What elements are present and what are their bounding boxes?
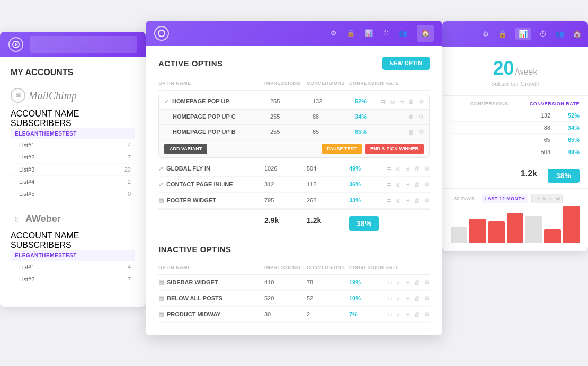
stats-conversions-col: CONVERSIONS [470, 101, 509, 106]
gear-icon[interactable]: ⚙ [424, 295, 430, 302]
share-footer-icon[interactable]: ⇆ [387, 197, 391, 204]
stats-lock-icon[interactable]: 🔒 [498, 30, 507, 38]
filter-list-select[interactable]: All lists [531, 194, 563, 203]
delete-icon[interactable]: 🗑 [408, 98, 414, 104]
check-icon[interactable]: ✓ [396, 295, 401, 302]
del-icon[interactable]: 🗑 [414, 295, 420, 301]
settings-icon-row[interactable]: ◎ [390, 98, 395, 105]
stats-rate-col: CONVERSION RATE [530, 101, 580, 106]
timer-icon[interactable]: ⏱ [382, 29, 389, 37]
stats-data-row: 6565% [451, 134, 580, 146]
dup-contact-icon[interactable]: ⊟ [405, 181, 410, 188]
gear-icon[interactable]: ⚙ [418, 98, 424, 105]
gear-b-icon[interactable]: ⚙ [418, 129, 424, 136]
del-fly-icon[interactable]: 🗑 [414, 165, 420, 172]
stats-totals: 1.2k 38% [442, 164, 588, 188]
inactive-optins-title: INACTIVE OPTINS [158, 245, 231, 254]
contact-rate: 36% [349, 181, 361, 188]
users-icon[interactable]: 👥 [399, 29, 407, 37]
lock-icon[interactable]: 🔒 [346, 29, 355, 37]
inactive-optin-row: ▤ BELOW ALL POSTS 520 52 10% □ ✓ ⊟ 🗑 ⚙ [158, 291, 430, 307]
delete-b-icon[interactable]: 🗑 [408, 129, 414, 135]
gear-icon[interactable]: ⚙ [424, 279, 430, 286]
stats-home-icon[interactable]: 🏠 [573, 30, 582, 38]
gear-footer-icon[interactable]: ⚙ [424, 197, 430, 204]
filter-12-btn[interactable]: LAST 12 MONTH [482, 194, 529, 203]
list-item: List#14 [11, 139, 135, 151]
list-item: List#27 [11, 151, 135, 164]
toggle-icon[interactable]: □ [388, 279, 392, 285]
stats-data-row: 50449% [451, 146, 580, 158]
global-fly-rate: 49% [349, 165, 361, 172]
new-optin-button[interactable]: NEW OPTIN [382, 57, 430, 70]
aweber-account-row: ELEGANTHEMESTEST [11, 250, 135, 261]
active-optins-title: ACTIVE OPTINS [158, 59, 223, 68]
dup-footer-icon[interactable]: ⊟ [405, 197, 410, 204]
dup-icon[interactable]: ⊟ [405, 279, 410, 286]
stats-chart-icon[interactable]: 📊 [515, 28, 531, 40]
chart-bar [488, 221, 505, 243]
pause-test-button[interactable]: PAUSE TEST [322, 144, 362, 154]
accounts-panel: MY ACCOUNTS ✉ MailChimp ACCOUNT NAME SUB… [0, 32, 146, 307]
stats-col-headers: CONVERSIONS CONVERSION RATE [451, 101, 580, 106]
check-icon[interactable]: ✓ [396, 311, 401, 318]
share-fly-icon[interactable]: ⇆ [387, 165, 391, 172]
chart-bar [525, 216, 542, 243]
gear-c-icon[interactable]: ⚙ [418, 113, 424, 120]
ab-test-buttons: PAUSE TEST END & PICK WINNER [322, 144, 424, 154]
account-col-label: ACCOUNT NAME [11, 109, 79, 118]
del-icon[interactable]: 🗑 [414, 311, 420, 317]
del-icon[interactable]: 🗑 [414, 279, 420, 285]
settings-icon[interactable]: ⚙ [331, 29, 337, 37]
duplicate-icon[interactable]: ⊟ [399, 98, 404, 105]
gear-fly-icon[interactable]: ⚙ [424, 165, 430, 172]
home-icon[interactable]: 🏠 [417, 25, 434, 42]
dup-fly-icon[interactable]: ⊟ [405, 165, 410, 172]
stats-data-row: 8834% [451, 122, 580, 134]
delete-c-icon[interactable]: 🗑 [408, 113, 414, 120]
del-footer-icon[interactable]: 🗑 [414, 197, 420, 203]
settings-footer-icon[interactable]: ◎ [396, 197, 401, 204]
filter-30-btn[interactable]: 30 DAYS [451, 194, 478, 203]
sub-growth-label: Subscriber Growth [451, 81, 580, 87]
dup-icon[interactable]: ⊟ [405, 311, 410, 318]
add-variant-button[interactable]: ADD VARIANT [164, 144, 207, 154]
list-item: List#27 [11, 273, 135, 285]
chart-bar [451, 227, 467, 243]
main-nav-icons: ⚙ 🔒 📊 ⏱ 👥 🏠 [331, 25, 434, 42]
mailchimp-lists: List#14List#27List#320List#42List#50 [11, 139, 135, 200]
mailchimp-col-header: ACCOUNT NAME SUBSCRIBERS [11, 109, 135, 128]
stats-chart [442, 209, 588, 251]
table-header: OPTIN NAME IMPRESSIONS CONVERSIONS CONVE… [158, 78, 430, 91]
end-pick-winner-button[interactable]: END & PICK WINNER [365, 144, 424, 154]
homepage-popup-b-row: HOMEPAGE POP UP B 255 65 65% 🗑 ⚙ [159, 124, 429, 140]
del-contact-icon[interactable]: 🗑 [414, 181, 420, 188]
main-panel-header: ⚙ 🔒 📊 ⏱ 👥 🏠 [146, 21, 442, 46]
settings-fly-icon[interactable]: ◎ [396, 165, 401, 172]
aweber-lists: List#14List#27 [11, 261, 135, 285]
stats-timer-icon[interactable]: ⏱ [539, 30, 547, 38]
inline-icon: ⤢ [158, 181, 163, 188]
chart-icon[interactable]: 📊 [364, 29, 373, 37]
stats-settings-icon[interactable]: ⚙ [483, 30, 489, 38]
settings-contact-icon[interactable]: ◎ [396, 181, 401, 188]
aweber-col-header: ACCOUNT NAME SUBSCRIBERS [11, 231, 135, 250]
accounts-body: MY ACCOUNTS ✉ MailChimp ACCOUNT NAME SUB… [0, 57, 146, 307]
widget-icon: ▤ [158, 197, 164, 204]
stats-users-icon[interactable]: 👥 [555, 30, 564, 38]
inactive-col-name: OPTIN NAME [158, 265, 264, 270]
aweber-account-col-label: ACCOUNT NAME [11, 231, 79, 240]
share-contact-icon[interactable]: ⇆ [387, 181, 391, 188]
toggle-icon[interactable]: □ [388, 311, 392, 317]
gear-contact-icon[interactable]: ⚙ [424, 181, 430, 188]
toggle-icon[interactable]: □ [388, 295, 392, 301]
global-fly-in-row: ↗ GLOBAL FLY IN 1026 504 49% ⇆ ◎ ⊟ 🗑 ⚙ [158, 161, 430, 177]
gear-icon[interactable]: ⚙ [424, 311, 430, 318]
homepage-popup-name: ⤢ HOMEPAGE POP UP [164, 98, 270, 105]
homepage-impressions: 255 [270, 98, 313, 104]
share-icon[interactable]: ⇆ [381, 98, 386, 105]
aweber-account-name: ELEGANTHEMESTEST [15, 253, 77, 258]
check-icon[interactable]: ✓ [396, 279, 401, 286]
mailchimp-icon: ✉ [11, 88, 25, 103]
dup-icon[interactable]: ⊟ [405, 295, 410, 302]
